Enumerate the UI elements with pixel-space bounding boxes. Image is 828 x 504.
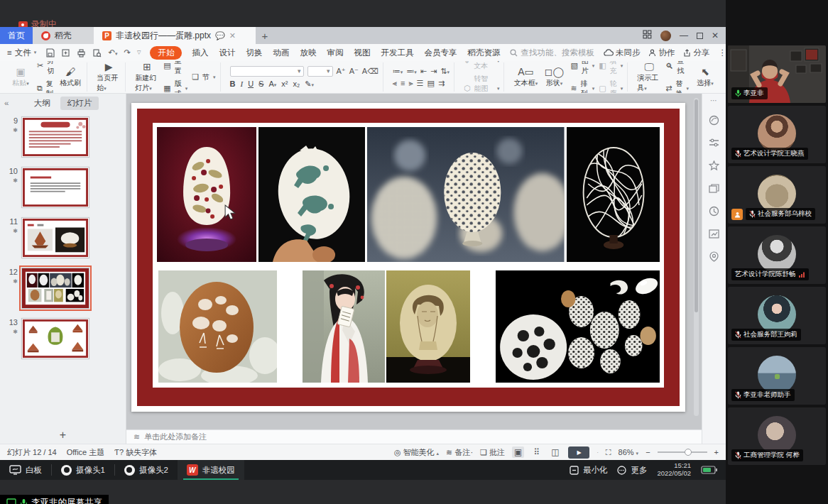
- resource-panel-icon[interactable]: [709, 251, 719, 264]
- play-options-icon[interactable]: ·: [597, 450, 598, 455]
- distribute-icon[interactable]: ▤: [427, 79, 434, 88]
- reset-button[interactable]: ▤重置: [163, 61, 187, 76]
- italic-button[interactable]: I: [240, 80, 243, 88]
- comment-bubble-icon[interactable]: 💬: [215, 31, 225, 40]
- fill-button[interactable]: ◧填充▾: [599, 61, 623, 76]
- cut-button[interactable]: ✂剪切: [37, 61, 54, 76]
- shape-button[interactable]: ◻◯形状▾: [542, 62, 566, 92]
- minimize-window-button[interactable]: —: [680, 31, 688, 40]
- strikethrough-button[interactable]: S: [258, 80, 263, 88]
- add-slide-button[interactable]: +: [0, 427, 126, 444]
- taskbar-more[interactable]: 更多: [617, 465, 647, 476]
- select-button[interactable]: ⬉选择▾: [693, 62, 717, 92]
- participant-tile[interactable]: 工商管理学院 何桦: [728, 407, 826, 465]
- slide-thumbnail-10[interactable]: 10✱: [0, 167, 126, 208]
- text-box-button[interactable]: A▭文本框▾: [513, 62, 538, 92]
- zoom-slider[interactable]: [658, 451, 707, 453]
- font-color-button[interactable]: A▾: [268, 80, 276, 88]
- menu-tab-view[interactable]: 视图: [353, 46, 371, 60]
- slide-sorter-view-icon[interactable]: ⠿: [531, 447, 542, 458]
- menu-tab-developer[interactable]: 开发工具: [380, 46, 414, 60]
- comments-toggle-button[interactable]: ❏ 批注: [480, 447, 505, 458]
- reading-view-icon[interactable]: ◫: [549, 447, 561, 458]
- current-slide[interactable]: [131, 103, 685, 412]
- home-tab[interactable]: 首页: [0, 27, 33, 44]
- redo-icon[interactable]: ↷: [124, 48, 131, 57]
- history-panel-icon[interactable]: [709, 206, 719, 219]
- quickbar-dropdown-icon[interactable]: ▽: [137, 50, 141, 55]
- arrange-button[interactable]: ≋排列▾: [570, 79, 594, 94]
- slide-thumbnail-13[interactable]: 13✱: [0, 318, 126, 359]
- decrease-font-icon[interactable]: A⁻: [349, 67, 359, 76]
- print-icon[interactable]: [77, 48, 86, 57]
- replace-button[interactable]: ⇄替换▾: [665, 79, 689, 94]
- menu-tab-review[interactable]: 审阅: [326, 46, 344, 60]
- theme-name[interactable]: Office 主题: [67, 447, 105, 458]
- to-smartart-button[interactable]: ⬡转智能图形▾: [464, 74, 499, 94]
- share-button[interactable]: 分享: [683, 48, 709, 58]
- notes-placeholder[interactable]: 单击此处添加备注: [144, 432, 207, 442]
- animation-panel-icon[interactable]: [709, 160, 719, 173]
- taskbar-app-feiyi[interactable]: W 非遗校园: [178, 460, 244, 480]
- smart-beautify-button[interactable]: ◎ 智能美化 ▴: [394, 447, 439, 458]
- account-avatar[interactable]: [660, 31, 671, 41]
- participant-video-tile[interactable]: 李亚非: [728, 45, 826, 103]
- photo-opera-actress[interactable]: [303, 270, 385, 383]
- fit-slide-icon[interactable]: ⛶: [606, 448, 611, 457]
- superscript-button[interactable]: x²: [281, 80, 288, 88]
- notes-toggle-button[interactable]: ≋ 备注·: [446, 447, 473, 458]
- print-preview-icon[interactable]: [92, 48, 102, 57]
- align-left-icon[interactable]: ⫷: [393, 79, 397, 88]
- align-text-button[interactable]: ⇕对齐文本▾: [464, 61, 499, 71]
- font-size-select[interactable]: ▾: [307, 66, 333, 77]
- zoom-slider-knob[interactable]: [685, 449, 692, 456]
- slide-thumbnail-9[interactable]: 9✱: [0, 116, 126, 158]
- design-panel-icon[interactable]: [709, 115, 719, 128]
- notes-bar[interactable]: ≋ 单击此处添加备注: [126, 429, 702, 444]
- participant-tile[interactable]: 社会服务部王姁莉: [728, 287, 826, 344]
- paste-button[interactable]: ▣粘贴▾: [9, 62, 33, 92]
- menu-tab-design[interactable]: 设计: [218, 46, 236, 60]
- collapse-panel-icon[interactable]: «: [4, 99, 9, 107]
- clear-format-icon[interactable]: A⌫: [362, 67, 378, 76]
- photo-brown-etched-egg[interactable]: [158, 270, 277, 383]
- menu-tab-docer-res[interactable]: 稻壳资源: [467, 46, 501, 60]
- scrollbar-thumb[interactable]: [694, 99, 698, 312]
- text-effect-icon[interactable]: ✎▾: [305, 80, 314, 89]
- taskbar-whiteboard[interactable]: 白板: [0, 460, 51, 480]
- document-tab[interactable]: P 非遗校园行——蛋雕.pptx 💬 ✕: [94, 27, 256, 44]
- present-tools-button[interactable]: 🖵演示工具▾: [637, 62, 661, 92]
- search-box[interactable]: 查找功能、搜索模板: [510, 48, 594, 58]
- numbered-list-icon[interactable]: ≕▾: [406, 67, 417, 76]
- indent-marks-icon[interactable]: ⇉: [438, 79, 445, 88]
- close-tab-icon[interactable]: ✕: [229, 31, 236, 40]
- docer-tab[interactable]: 稻壳: [33, 27, 94, 44]
- zoom-value[interactable]: 86% ▾: [619, 448, 639, 456]
- photo-lattice-egg-group[interactable]: [367, 127, 565, 262]
- slide-layout-panel-icon[interactable]: [709, 184, 719, 195]
- justify-icon[interactable]: ☰: [417, 79, 424, 88]
- align-right-icon[interactable]: ⫸: [408, 79, 413, 88]
- format-painter-button[interactable]: 🖌︎格式刷: [58, 62, 82, 92]
- canvas-scrollbar[interactable]: [694, 98, 699, 416]
- save-icon[interactable]: [45, 48, 55, 57]
- outline-tab[interactable]: 大纲: [27, 97, 58, 110]
- bold-button[interactable]: B: [230, 80, 236, 88]
- participant-tile[interactable]: 艺术设计学院陈舒畅: [728, 226, 826, 284]
- sync-status[interactable]: 未同步: [604, 48, 641, 58]
- new-slide-button[interactable]: ⊞新建幻灯片▾: [135, 62, 159, 92]
- menu-tab-slideshow[interactable]: 放映: [299, 46, 317, 60]
- photo-horse-painted-egg[interactable]: [258, 127, 365, 262]
- font-name-select[interactable]: ▾: [230, 66, 304, 77]
- underline-button[interactable]: U: [248, 80, 254, 88]
- menu-tab-transition[interactable]: 切换: [245, 46, 263, 60]
- zoom-in-button[interactable]: +: [714, 448, 719, 456]
- file-menu[interactable]: ≡ 文件 ▾: [7, 48, 36, 58]
- slide-thumbnail-11[interactable]: 11✱: [0, 217, 126, 258]
- close-window-button[interactable]: ✕: [712, 31, 719, 40]
- collaborate-button[interactable]: 协作: [648, 48, 675, 58]
- decrease-indent-icon[interactable]: ⇤: [420, 67, 427, 76]
- undo-icon[interactable]: ↶▾: [108, 48, 117, 57]
- menu-tab-start[interactable]: 开始: [150, 46, 182, 60]
- taskbar-camera1[interactable]: 摄像头1: [52, 460, 114, 480]
